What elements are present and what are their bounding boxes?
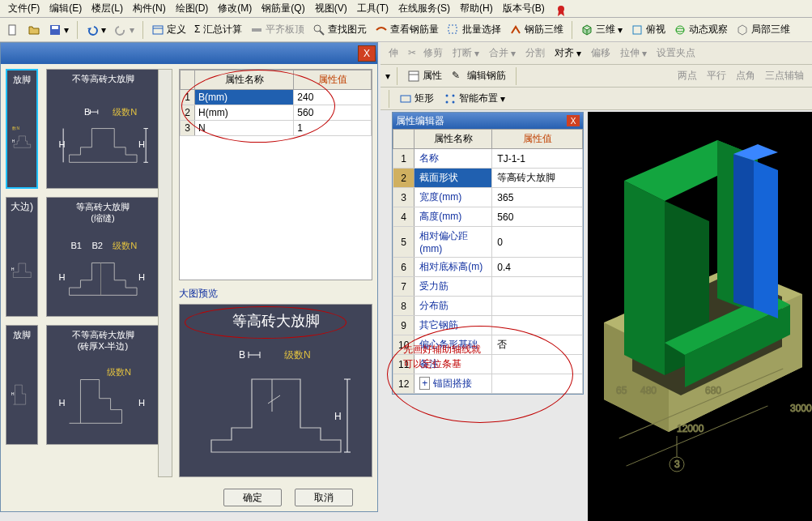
align-button[interactable]: 对齐▾ [551,45,585,62]
cancel-button[interactable]: 取消 [295,489,353,506]
trim-icon: ✂ [408,47,421,60]
menu-component[interactable]: 构件(N) [130,0,169,17]
undo-icon [86,23,99,36]
prop-value[interactable] [492,355,583,374]
redo-icon [114,23,127,36]
close-button[interactable]: X [567,115,580,126]
parallel-button[interactable]: 平行 [704,67,729,84]
dialog-titlebar[interactable]: X [1,43,377,64]
thumbnail-item[interactable]: 大边) H [6,197,38,317]
save-button[interactable]: ▾ [45,22,72,38]
ok-button[interactable]: 确定 [223,489,282,506]
close-button[interactable]: X [358,45,376,62]
menu-rebar[interactable]: 钢筋量(Q) [258,0,308,17]
dim-label: 3000 [790,403,812,414]
redo-button[interactable]: ▾ [111,22,138,38]
menu-version[interactable]: 版本号(B) [500,0,548,17]
svg-text:H: H [138,398,145,408]
svg-text:H: H [334,411,342,422]
prop-name: N [195,121,294,136]
menu-modify[interactable]: 修改(M) [215,0,255,17]
thumbnail-item[interactable]: 等高砖大放脚 (缩缝) B1B2级数NHH [46,197,159,317]
rebar3d-button[interactable]: 钢筋三维 [506,21,567,38]
svg-text:B: B [84,107,90,117]
findgraph-button[interactable]: 查找图元 [309,21,370,38]
prop-value[interactable]: 等高砖大放脚 [492,169,583,188]
open-button[interactable] [24,22,44,38]
scrollbar[interactable] [158,69,172,477]
prop-value[interactable]: 560 [294,105,372,121]
twopoint-button[interactable]: 两点 [674,67,700,84]
thumb-label: 等高砖大放脚 (缩缝) [76,201,130,224]
threepoint-button[interactable]: 三点辅轴 [762,67,807,84]
offset-button[interactable]: 偏移 [588,45,614,62]
prop-value[interactable] [492,277,583,297]
undo-button[interactable]: ▾ [83,22,109,38]
pointangle-button[interactable]: 点角 [733,67,759,84]
menu-edit[interactable]: 编辑(E) [46,0,85,17]
viewport-3d[interactable]: 65 480 680 12000 3000 3 [588,112,812,521]
thumbnail-item[interactable]: 放脚 数NH [6,69,38,189]
menu-tools[interactable]: 工具(T) [354,0,392,17]
prop-value[interactable]: 否 [492,335,583,355]
property-grid-small[interactable]: 属性名称属性值 1B(mm)240 2H(mm)560 3N1 [179,69,372,280]
col-name: 属性名称 [195,70,294,90]
topview-button[interactable]: 俯视 [627,21,669,38]
svg-point-11 [676,26,684,34]
smart-button[interactable]: 智能布置▾ [440,90,508,107]
orbit-icon [674,23,687,36]
menu-file[interactable]: 文件(F) [5,0,43,17]
flatplate-button[interactable]: 平齐板顶 [247,21,308,38]
prop-value[interactable] [492,374,583,394]
search-icon [312,23,325,36]
prop-value[interactable] [492,297,583,316]
break-button[interactable]: 打断▾ [449,45,483,62]
batchsel-button[interactable]: 批量选择 [444,21,504,38]
prop-value[interactable]: 365 [492,188,583,207]
prop-value[interactable]: 0 [492,227,583,258]
view3d-button[interactable]: 三维▾ [577,21,626,38]
rect-button[interactable]: 矩形 [396,90,437,107]
cube-icon [580,23,593,36]
select-icon [447,23,460,36]
extend-button[interactable]: 伸 [385,45,402,62]
panel-titlebar[interactable]: 属性编辑器 X [393,113,583,129]
thumb-label: 不等高砖大放脚 (砖厚X-半边) [72,329,134,352]
sumcalc-button[interactable]: Σ 汇总计算 [191,21,245,38]
prop-value[interactable]: TJ-1-1 [492,149,583,169]
svg-rect-9 [449,25,457,33]
svg-text:H: H [138,271,145,281]
attr-button[interactable]: 属性 [404,67,445,84]
prop-name[interactable]: +锚固搭接 [415,374,492,394]
prop-value[interactable] [492,316,583,335]
menu-draw[interactable]: 绘图(D) [172,0,212,17]
new-button[interactable] [3,22,23,38]
menu-floor[interactable]: 楼层(L) [88,0,126,17]
menu-view[interactable]: 视图(V) [312,0,351,17]
editrebar-button[interactable]: ✎编辑钢筋 [449,67,509,84]
local3d-button[interactable]: 局部三维 [733,21,793,38]
trim-button[interactable]: ✂修剪 [405,45,446,62]
thumb-label: 大边) [11,201,33,214]
prop-value[interactable]: 1 [294,121,372,136]
split-button[interactable]: 分割 [522,45,548,62]
thumbnail-item[interactable]: 不等高砖大放脚 B级数NHH [46,69,159,189]
prop-value[interactable]: 0.4 [492,258,583,277]
viewrebar-button[interactable]: 查看钢筋量 [372,21,442,38]
svg-text:级数N: 级数N [107,367,131,377]
merge-button[interactable]: 合并▾ [486,45,519,62]
svg-text:B: B [239,349,245,361]
menu-help[interactable]: 帮助(H) [457,0,496,17]
prop-value[interactable]: 560 [492,207,583,227]
stretch-button[interactable]: 拉伸▾ [617,45,650,62]
prop-value[interactable]: 240 [294,90,372,105]
dynview-button[interactable]: 动态观察 [670,21,731,38]
setgrip-button[interactable]: 设置夹点 [653,45,699,62]
define-button[interactable]: 定义 [148,21,189,38]
thumbnail-item[interactable]: 放脚 H [6,325,38,445]
thumbnail-list[interactable]: 放脚 数NH 不等高砖大放脚 B级数NHH 大边) H 等高砖大放脚 (缩缝) … [6,69,172,477]
top-icon [631,23,644,36]
menu-online[interactable]: 在线服务(S) [395,0,453,17]
prop-name: 其它钢筋 [415,316,492,335]
thumbnail-item[interactable]: 不等高砖大放脚 (砖厚X-半边) 级数NHH [46,325,159,445]
